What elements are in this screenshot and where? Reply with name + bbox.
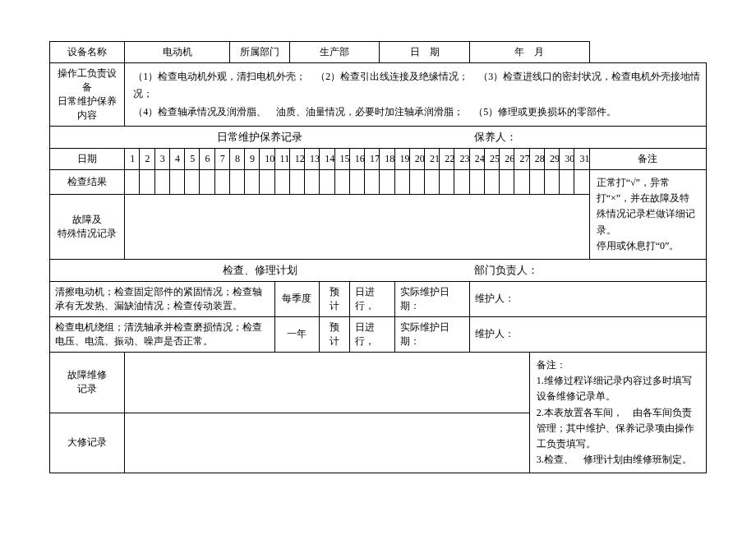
result-cell[interactable] bbox=[274, 170, 289, 195]
result-cell[interactable] bbox=[185, 170, 200, 195]
day-cell: 11 bbox=[274, 149, 289, 170]
result-cell[interactable] bbox=[320, 170, 334, 195]
plan-maint-2: 维护人： bbox=[469, 316, 706, 352]
day-cell: 19 bbox=[394, 149, 409, 170]
result-cell[interactable] bbox=[305, 170, 320, 195]
plan-day-2: 日进行， bbox=[349, 316, 394, 352]
result-cell[interactable] bbox=[394, 170, 409, 195]
content-line-1: （1）检查电动机外观，清扫电机外壳； （2）检查引出线连接及绝缘情况； （3）检… bbox=[133, 68, 701, 104]
date-value: 年 月 bbox=[469, 42, 589, 63]
result-cell[interactable] bbox=[514, 170, 529, 195]
result-cell[interactable] bbox=[484, 170, 499, 195]
result-cell[interactable] bbox=[140, 170, 154, 195]
maintainer-label: 保养人： bbox=[469, 127, 706, 149]
remark-text: 正常打“√”，异常打“×”，并在故障及特殊情况记录栏做详细记录。 停用或休息打“… bbox=[589, 170, 706, 260]
result-cell[interactable] bbox=[214, 170, 229, 195]
result-cell[interactable] bbox=[260, 170, 274, 195]
day-cell: 6 bbox=[200, 149, 214, 170]
result-cell[interactable] bbox=[529, 170, 544, 195]
plan-title: 检查、修理计划 bbox=[50, 259, 470, 281]
result-cell[interactable] bbox=[500, 170, 514, 195]
plan-cycle-1: 每季度 bbox=[274, 281, 320, 316]
daily-record-title: 日常维护保养记录 bbox=[50, 127, 470, 149]
side-notes-1: 1.维修过程详细记录内容过多时填写设备维修记录单。 bbox=[537, 373, 699, 404]
fault-repair-cell[interactable] bbox=[125, 352, 529, 413]
result-cell[interactable] bbox=[440, 170, 454, 195]
day-cell: 31 bbox=[574, 149, 589, 170]
result-cell[interactable] bbox=[349, 170, 364, 195]
equip-name-value: 电动机 bbox=[125, 42, 230, 63]
fault-repair-label: 故障维修 记录 bbox=[50, 352, 125, 413]
day-cell: 24 bbox=[469, 149, 484, 170]
day-cell: 27 bbox=[514, 149, 529, 170]
result-cell[interactable] bbox=[409, 170, 424, 195]
plan-desc-1: 清擦电动机；检查固定部件的紧固情况；检查轴承有无发热、漏缺油情况；检查传动装置。 bbox=[50, 281, 275, 316]
day-cell: 25 bbox=[484, 149, 499, 170]
fault-record-cell[interactable] bbox=[125, 194, 589, 259]
dept-value: 生产部 bbox=[289, 42, 379, 63]
day-cell: 28 bbox=[529, 149, 544, 170]
result-cell[interactable] bbox=[544, 170, 559, 195]
day-cell: 10 bbox=[260, 149, 274, 170]
result-cell[interactable] bbox=[469, 170, 484, 195]
fault-label: 故障及 特殊情况记录 bbox=[50, 194, 125, 259]
day-cell: 1 bbox=[125, 149, 140, 170]
plan-pre-1: 预计 bbox=[320, 281, 349, 316]
day-cell: 26 bbox=[500, 149, 514, 170]
result-cell[interactable] bbox=[424, 170, 439, 195]
content-body: （1）检查电动机外观，清扫电机外壳； （2）检查引出线连接及绝缘情况； （3）检… bbox=[125, 63, 707, 127]
remark-label: 备注 bbox=[589, 149, 706, 170]
result-label: 检查结果 bbox=[50, 170, 125, 195]
day-cell: 2 bbox=[140, 149, 154, 170]
day-cell: 18 bbox=[380, 149, 394, 170]
day-cell: 9 bbox=[245, 149, 260, 170]
result-cell[interactable] bbox=[560, 170, 574, 195]
plan-desc-2: 检查电机绕组；清洗轴承并检查磨损情况；检查电压、电流、振动、噪声是否正常。 bbox=[50, 316, 275, 352]
result-cell[interactable] bbox=[154, 170, 169, 195]
day-cell: 7 bbox=[214, 149, 229, 170]
day-cell: 30 bbox=[560, 149, 574, 170]
content-label: 操作工负责设备 日常维护保养内容 bbox=[50, 63, 125, 127]
day-cell: 13 bbox=[305, 149, 320, 170]
result-cell[interactable] bbox=[169, 170, 184, 195]
content-line-2: （4）检查轴承情况及润滑脂、 油质、油量情况，必要时加注轴承润滑脂； （5）修理… bbox=[133, 104, 701, 122]
result-cell[interactable] bbox=[334, 170, 349, 195]
side-notes-title: 备注： bbox=[537, 357, 699, 373]
result-cell[interactable] bbox=[380, 170, 394, 195]
day-cell: 20 bbox=[409, 149, 424, 170]
day-cell: 14 bbox=[320, 149, 334, 170]
day-cell: 15 bbox=[334, 149, 349, 170]
plan-maint-1: 维护人： bbox=[469, 281, 706, 316]
day-cell: 21 bbox=[424, 149, 439, 170]
plan-actual-2: 实际维护日期： bbox=[394, 316, 469, 352]
result-cell[interactable] bbox=[454, 170, 469, 195]
overhaul-cell[interactable] bbox=[125, 413, 529, 473]
result-cell[interactable] bbox=[229, 170, 244, 195]
day-cell: 23 bbox=[454, 149, 469, 170]
day-cell: 22 bbox=[440, 149, 454, 170]
day-cell: 12 bbox=[289, 149, 304, 170]
side-notes: 备注： 1.维修过程详细记录内容过多时填写设备维修记录单。 2.本表放置各车间，… bbox=[529, 352, 706, 473]
plan-pre-2: 预计 bbox=[320, 316, 349, 352]
result-cell[interactable] bbox=[245, 170, 260, 195]
plan-day-1: 日进行， bbox=[349, 281, 394, 316]
result-cell[interactable] bbox=[364, 170, 379, 195]
date-label: 日 期 bbox=[380, 42, 469, 63]
day-cell: 4 bbox=[169, 149, 184, 170]
result-cell[interactable] bbox=[289, 170, 304, 195]
side-notes-3: 3.检查、 修理计划由维修班制定。 bbox=[537, 452, 699, 468]
day-cell: 8 bbox=[229, 149, 244, 170]
day-cell: 29 bbox=[544, 149, 559, 170]
day-cell: 16 bbox=[349, 149, 364, 170]
result-cell[interactable] bbox=[574, 170, 589, 195]
equip-name-label: 设备名称 bbox=[50, 42, 125, 63]
result-cell[interactable] bbox=[200, 170, 214, 195]
plan-cycle-2: 一年 bbox=[274, 316, 320, 352]
plan-actual-1: 实际维护日期： bbox=[394, 281, 469, 316]
dept-head-label: 部门负责人： bbox=[469, 259, 706, 281]
result-cell[interactable] bbox=[125, 170, 140, 195]
day-cell: 3 bbox=[154, 149, 169, 170]
overhaul-label: 大修记录 bbox=[50, 413, 125, 473]
day-cell: 5 bbox=[185, 149, 200, 170]
day-cell: 17 bbox=[364, 149, 379, 170]
